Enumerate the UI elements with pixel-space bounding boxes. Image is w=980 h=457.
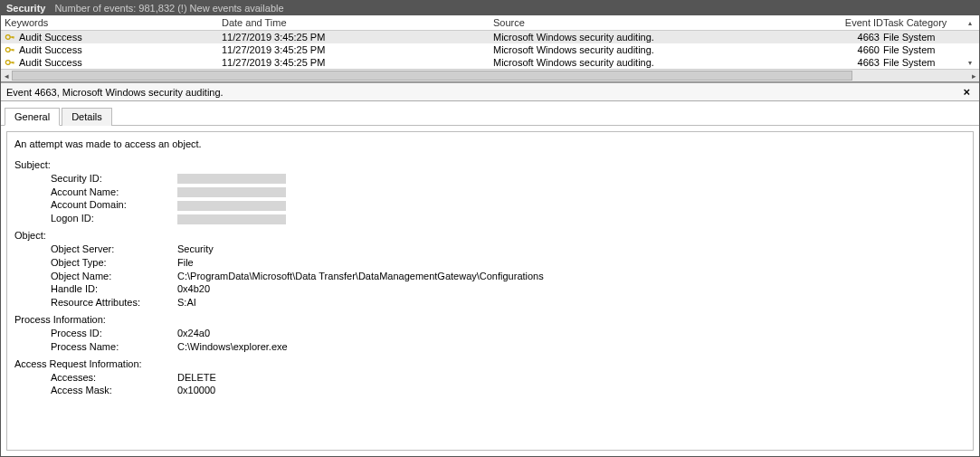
cell-datetime: 11/27/2019 3:45:25 PM bbox=[222, 32, 493, 43]
cell-eventid: 4663 bbox=[829, 32, 883, 43]
section-process: Process Information:Process ID:0x24a0Pro… bbox=[14, 313, 966, 354]
kv-row: Account Domain: bbox=[14, 198, 966, 212]
col-datetime[interactable]: Date and Time bbox=[222, 17, 493, 28]
key-icon bbox=[5, 57, 15, 68]
redacted-value bbox=[177, 187, 286, 197]
kv-value: 0x10000 bbox=[177, 384, 966, 397]
kv-key: Account Domain: bbox=[51, 198, 177, 212]
kv-row: Access Mask:0x10000 bbox=[14, 384, 966, 397]
cell-task: File System bbox=[883, 57, 965, 68]
svg-point-4 bbox=[5, 48, 10, 52]
svg-rect-2 bbox=[13, 36, 14, 38]
kv-key: Object Name: bbox=[51, 270, 177, 283]
titlebar-section: Security bbox=[6, 3, 45, 14]
cell-source: Microsoft Windows security auditing. bbox=[493, 57, 792, 68]
kv-value: Security bbox=[177, 243, 966, 256]
kv-value: 0x4b20 bbox=[177, 282, 966, 296]
kv-value: C:\Windows\explorer.exe bbox=[177, 340, 966, 354]
kv-key: Security ID: bbox=[51, 172, 177, 186]
scrollbar-thumb[interactable] bbox=[12, 71, 852, 81]
section-title: Subject: bbox=[14, 158, 966, 172]
col-source[interactable]: Source bbox=[493, 17, 792, 28]
events-list: Keywords Date and Time Source Event ID T… bbox=[1, 15, 979, 82]
svg-rect-6 bbox=[13, 49, 14, 51]
cell-eventid: 4660 bbox=[829, 44, 883, 55]
kv-value: 0x24a0 bbox=[177, 327, 966, 340]
kv-row: Logon ID: bbox=[14, 212, 966, 225]
titlebar: Security Number of events: 981,832 (!) N… bbox=[1, 1, 979, 15]
cell-source: Microsoft Windows security auditing. bbox=[493, 44, 792, 55]
cell-task: File System bbox=[883, 44, 965, 55]
col-task[interactable]: Task Category bbox=[883, 17, 965, 28]
kv-key: Process ID: bbox=[51, 327, 177, 340]
col-spacer bbox=[792, 17, 829, 28]
vscroll-down-icon[interactable]: ▾ bbox=[965, 59, 975, 67]
key-icon bbox=[5, 44, 15, 55]
cell-source: Microsoft Windows security auditing. bbox=[493, 32, 792, 43]
table-row[interactable]: Audit Success11/27/2019 3:45:25 PMMicros… bbox=[1, 31, 979, 43]
tab-details[interactable]: Details bbox=[62, 108, 112, 126]
scroll-right-icon[interactable]: ▸ bbox=[968, 70, 979, 81]
svg-rect-10 bbox=[13, 62, 14, 63]
col-eventid[interactable]: Event ID bbox=[829, 17, 883, 28]
kv-row: Account Name: bbox=[14, 186, 966, 199]
cell-keywords: Audit Success bbox=[19, 32, 82, 43]
kv-key: Logon ID: bbox=[51, 212, 177, 225]
cell-keywords: Audit Success bbox=[19, 44, 82, 55]
kv-row: Accesses:DELETE bbox=[14, 371, 966, 385]
kv-key: Account Name: bbox=[51, 186, 177, 199]
kv-value: DELETE bbox=[177, 371, 966, 385]
col-keywords[interactable]: Keywords bbox=[5, 17, 222, 28]
cell-datetime: 11/27/2019 3:45:25 PM bbox=[222, 44, 493, 55]
detail-tabs: General Details bbox=[1, 101, 979, 126]
kv-value bbox=[177, 172, 966, 186]
cell-task: File System bbox=[883, 32, 965, 43]
kv-row: Handle ID:0x4b20 bbox=[14, 282, 966, 296]
svg-rect-11 bbox=[12, 62, 13, 63]
redacted-value bbox=[177, 214, 286, 224]
kv-value bbox=[177, 198, 966, 212]
svg-rect-3 bbox=[12, 36, 13, 38]
kv-row: Security ID: bbox=[14, 172, 966, 186]
cell-keywords: Audit Success bbox=[19, 57, 82, 68]
section-access: Access Request Information:Accesses:DELE… bbox=[14, 357, 966, 398]
cell-datetime: 11/27/2019 3:45:25 PM bbox=[222, 57, 493, 68]
section-subject: Subject:Security ID:Account Name:Account… bbox=[14, 158, 966, 225]
section-title: Access Request Information: bbox=[14, 357, 966, 371]
scroll-left-icon[interactable]: ◂ bbox=[1, 70, 12, 81]
key-icon bbox=[5, 32, 15, 43]
kv-row: Object Type:File bbox=[14, 256, 966, 270]
close-detail-button[interactable]: × bbox=[959, 86, 974, 98]
kv-value: C:\ProgramData\Microsoft\Data Transfer\D… bbox=[177, 270, 966, 283]
kv-row: Resource Attributes:S:AI bbox=[14, 296, 966, 309]
kv-row: Object Name:C:\ProgramData\Microsoft\Dat… bbox=[14, 270, 966, 283]
tab-general[interactable]: General bbox=[5, 108, 60, 126]
kv-value bbox=[177, 212, 966, 225]
section-title: Process Information: bbox=[14, 313, 966, 327]
svg-point-0 bbox=[5, 35, 10, 40]
kv-key: Resource Attributes: bbox=[51, 296, 177, 309]
kv-key: Handle ID: bbox=[51, 282, 177, 296]
svg-rect-7 bbox=[12, 49, 13, 51]
kv-value bbox=[177, 186, 966, 199]
kv-key: Process Name: bbox=[51, 340, 177, 354]
svg-point-8 bbox=[5, 61, 10, 65]
table-row[interactable]: Audit Success11/27/2019 3:45:25 PMMicros… bbox=[1, 56, 979, 69]
detail-body[interactable]: An attempt was made to access an object.… bbox=[6, 131, 974, 451]
cell-eventid: 4663 bbox=[829, 57, 883, 68]
section-object: Object:Object Server:SecurityObject Type… bbox=[14, 229, 966, 309]
table-row[interactable]: Audit Success11/27/2019 3:45:25 PMMicros… bbox=[1, 43, 979, 56]
event-viewer-window: Security Number of events: 981,832 (!) N… bbox=[0, 0, 980, 457]
kv-row: Process Name:C:\Windows\explorer.exe bbox=[14, 340, 966, 354]
section-title: Object: bbox=[14, 229, 966, 243]
horizontal-scrollbar[interactable]: ◂ ▸ bbox=[1, 69, 979, 81]
column-headers[interactable]: Keywords Date and Time Source Event ID T… bbox=[1, 15, 979, 31]
redacted-value bbox=[177, 201, 286, 211]
vscroll-up-icon[interactable]: ▴ bbox=[965, 17, 975, 28]
kv-row: Process ID:0x24a0 bbox=[14, 327, 966, 340]
detail-header-text: Event 4663, Microsoft Windows security a… bbox=[6, 87, 224, 98]
kv-row: Object Server:Security bbox=[14, 243, 966, 256]
redacted-value bbox=[177, 174, 286, 184]
kv-key: Object Server: bbox=[51, 243, 177, 256]
kv-key: Object Type: bbox=[51, 256, 177, 270]
